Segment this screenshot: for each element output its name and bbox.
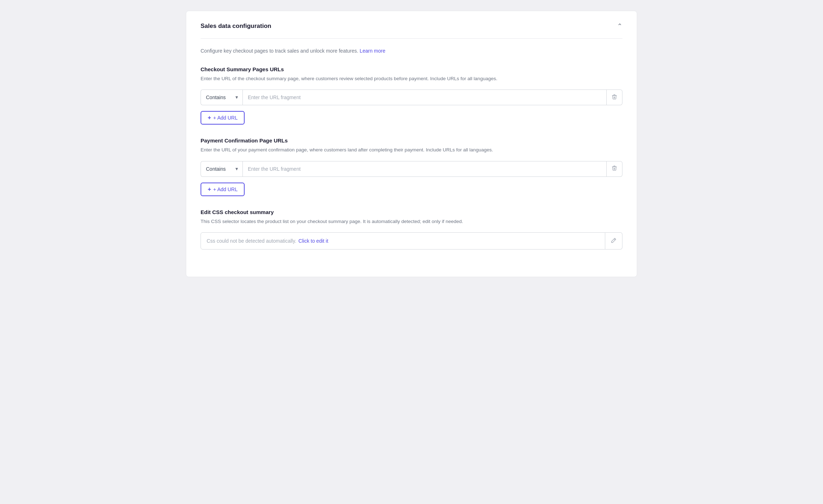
css-edit-button[interactable]	[605, 232, 622, 249]
card-title: Sales data configuration	[201, 23, 271, 30]
payment-confirmation-select-wrapper: Contains Starts with Ends with Equals ▼	[201, 161, 242, 177]
pencil-icon	[611, 238, 616, 244]
collapse-icon[interactable]: ⌃	[617, 23, 622, 29]
payment-confirmation-desc: Enter the URL of your payment confirmati…	[201, 146, 622, 154]
payment-confirmation-url-row: Contains Starts with Ends with Equals ▼	[201, 161, 622, 177]
edit-css-title: Edit CSS checkout summary	[201, 209, 622, 215]
divider	[201, 38, 622, 39]
css-field: Css could not be detected automatically.…	[201, 232, 605, 249]
payment-confirmation-add-url-button[interactable]: + + Add URL	[201, 183, 245, 196]
checkout-summary-url-row: Contains Starts with Ends with Equals ▼	[201, 89, 622, 105]
payment-confirmation-title: Payment Confirmation Page URLs	[201, 137, 622, 144]
payment-confirmation-contains-select[interactable]: Contains Starts with Ends with Equals	[201, 161, 242, 177]
css-placeholder-text: Css could not be detected automatically.…	[207, 238, 328, 244]
intro-text: Configure key checkout pages to track sa…	[201, 47, 622, 55]
sales-data-configuration-card: Sales data configuration ⌃ Configure key…	[186, 11, 637, 277]
checkout-summary-contains-select[interactable]: Contains Starts with Ends with Equals	[201, 89, 242, 105]
payment-confirmation-section: Payment Confirmation Page URLs Enter the…	[201, 137, 622, 196]
plus-icon: +	[208, 115, 211, 121]
checkout-summary-add-url-button[interactable]: + + Add URL	[201, 111, 245, 125]
checkout-summary-section: Checkout Summary Pages URLs Enter the UR…	[201, 66, 622, 125]
checkout-summary-url-input[interactable]	[242, 89, 607, 105]
plus-icon: +	[208, 186, 211, 193]
learn-more-link[interactable]: Learn more	[360, 48, 385, 54]
edit-css-desc: This CSS selector locates the product li…	[201, 218, 622, 225]
edit-css-section: Edit CSS checkout summary This CSS selec…	[201, 209, 622, 249]
payment-confirmation-delete-button[interactable]	[607, 161, 622, 177]
card-header: Sales data configuration ⌃	[201, 23, 622, 30]
checkout-summary-delete-button[interactable]	[607, 89, 622, 105]
trash-icon	[612, 165, 617, 172]
trash-icon	[612, 94, 617, 101]
checkout-summary-select-wrapper: Contains Starts with Ends with Equals ▼	[201, 89, 242, 105]
payment-confirmation-url-input[interactable]	[242, 161, 607, 177]
css-input-row: Css could not be detected automatically.…	[201, 232, 622, 249]
checkout-summary-desc: Enter the URL of the checkout summary pa…	[201, 75, 622, 82]
checkout-summary-title: Checkout Summary Pages URLs	[201, 66, 622, 72]
css-click-to-edit-link[interactable]: Click to edit it	[298, 238, 328, 244]
